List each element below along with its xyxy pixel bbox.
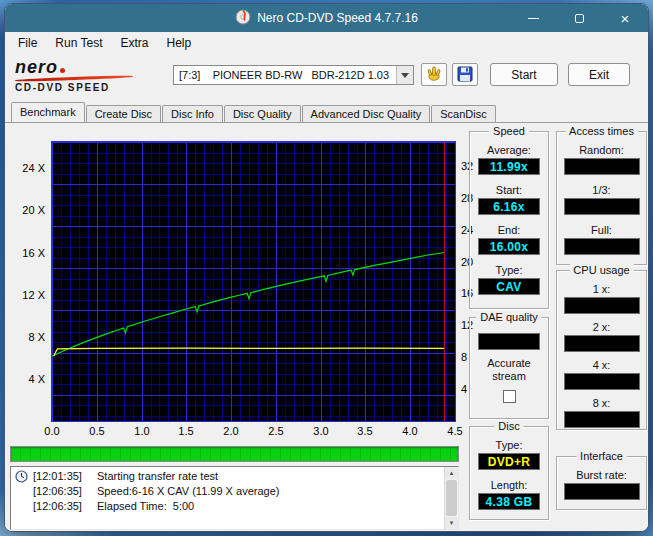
start-button[interactable]: Start [490, 63, 558, 86]
speed-average-label: Average: [470, 144, 548, 157]
log-line: [12:06:35]Elapsed Time: 5:00 [33, 499, 442, 514]
log-text: Starting transfer rate test [97, 470, 218, 482]
menu-item-run-test[interactable]: Run Test [46, 32, 111, 54]
y-axis-left-tick: 20 X [22, 204, 45, 216]
access-one-third-label: 1/3: [557, 184, 646, 197]
x-axis-tick: 2.0 [219, 425, 243, 437]
x-axis-tick: 0.5 [85, 425, 109, 437]
speed-start-label: Start: [470, 184, 548, 197]
menu-item-help[interactable]: Help [158, 32, 201, 54]
y-axis-left-tick: 16 X [22, 247, 45, 259]
menu-item-extra[interactable]: Extra [111, 32, 157, 54]
log-text: Elapsed Time: 5:00 [97, 500, 194, 512]
app-window: Nero CD-DVD Speed 4.7.7.16 × File Run Te… [4, 3, 649, 532]
access-random-label: Random: [557, 144, 646, 157]
speed-start-value: 6.16x [478, 198, 540, 215]
accurate-stream-label: Accurate stream [480, 357, 538, 383]
access-one-third-value [564, 198, 640, 215]
scroll-thumb[interactable] [446, 480, 457, 516]
tab-advanced-disc-quality[interactable]: Advanced Disc Quality [302, 105, 431, 122]
eject-hand-button[interactable] [421, 63, 447, 86]
maximize-icon [575, 14, 584, 23]
tab-create-disc[interactable]: Create Disc [86, 105, 161, 122]
y-axis-left-labels: 4 X8 X12 X16 X20 X24 X [7, 141, 49, 422]
maximize-button[interactable] [556, 4, 602, 32]
tab-disc-info[interactable]: Disc Info [162, 105, 223, 122]
y-axis-right-tick: 4 [461, 383, 467, 395]
benchmark-page: 4 X8 X12 X16 X20 X24 X 48121620242832 0.… [5, 122, 649, 532]
drive-select[interactable]: [7:3] PIONEER BD-RW BDR-212D 1.03 [173, 65, 414, 85]
nero-logo-dot-icon [60, 68, 65, 73]
disc-type-label: Type: [470, 439, 548, 452]
cpu-2x-value [564, 335, 640, 352]
exit-button[interactable]: Exit [568, 63, 630, 86]
disc-type-value: DVD+R [478, 453, 540, 470]
cpu-usage-group: CPU usage 1 x: 2 x: 4 x: 8 x: [556, 270, 647, 430]
clock-icon [15, 470, 28, 485]
title-bar[interactable]: Nero CD-DVD Speed 4.7.7.16 × [5, 4, 648, 32]
speed-type-value: CAV [478, 278, 540, 295]
tab-disc-quality[interactable]: Disc Quality [224, 105, 301, 122]
x-axis-tick: 3.5 [353, 425, 377, 437]
toolbar: nero CD-DVD SPEED [7:3] PIONEER BD-RW BD… [5, 54, 648, 102]
tab-scandisc[interactable]: ScanDisc [431, 105, 495, 122]
scroll-down-button[interactable]: ▼ [445, 517, 458, 529]
speed-group-title: Speed [489, 125, 529, 137]
access-full-value [564, 238, 640, 255]
hand-icon [425, 66, 443, 84]
disc-group: Disc Type: DVD+R Length: 4.38 GB [469, 426, 549, 520]
x-axis-tick: 4.0 [398, 425, 422, 437]
window-controls: × [510, 4, 648, 32]
log-scrollbar[interactable]: ▲ ▼ [444, 467, 458, 529]
cpu-usage-group-title: CPU usage [569, 264, 633, 276]
desktop-background: Nero CD-DVD Speed 4.7.7.16 × File Run Te… [0, 0, 653, 536]
transfer-rate-chart [52, 142, 455, 421]
menu-bar: File Run Test Extra Help [5, 32, 648, 54]
accurate-stream-checkbox[interactable] [503, 390, 516, 403]
log-time: [12:06:35] [33, 484, 97, 499]
burst-rate-value [564, 483, 640, 500]
cpu-4x-label: 4 x: [557, 359, 646, 372]
x-axis-tick: 4.5 [443, 425, 467, 437]
access-times-group: Access times Random: 1/3: Full: [556, 131, 647, 265]
disc-length-label: Length: [470, 479, 548, 492]
close-button[interactable]: × [602, 4, 648, 32]
minimize-icon [528, 18, 539, 19]
x-axis-labels: 0.00.51.01.52.02.53.03.54.04.5 [51, 425, 456, 438]
scroll-up-button[interactable]: ▲ [445, 467, 458, 479]
dae-quality-group: DAE quality Accurate stream [469, 317, 549, 419]
log-text: Speed:6-16 X CAV (11.99 X average) [97, 485, 279, 497]
drive-select-value: [7:3] PIONEER BD-RW BDR-212D 1.03 [174, 69, 396, 81]
x-axis-tick: 1.5 [174, 425, 198, 437]
tab-benchmark[interactable]: Benchmark [11, 102, 85, 122]
save-results-button[interactable] [452, 63, 478, 86]
cpu-1x-label: 1 x: [557, 283, 646, 296]
log-box: [12:01:35]Starting transfer rate test [1… [10, 466, 459, 530]
dae-quality-value [478, 333, 540, 350]
x-axis-tick: 1.0 [130, 425, 154, 437]
window-title: Nero CD-DVD Speed 4.7.7.16 [257, 11, 418, 25]
y-axis-left-tick: 12 X [22, 289, 45, 301]
dae-quality-group-title: DAE quality [476, 311, 541, 323]
speed-type-label: Type: [470, 264, 548, 277]
log-lines: [12:01:35]Starting transfer rate test [1… [33, 469, 442, 514]
minimize-button[interactable] [510, 4, 556, 32]
menu-item-file[interactable]: File [9, 32, 46, 54]
chevron-down-icon [396, 66, 413, 84]
access-times-group-title: Access times [565, 125, 638, 137]
series-rotation-speed [54, 348, 445, 356]
access-random-value [564, 158, 640, 175]
nero-app-icon [235, 9, 251, 27]
x-axis-tick: 2.5 [264, 425, 288, 437]
nero-logo-text: nero [15, 57, 58, 77]
cpu-8x-value [564, 411, 640, 428]
progress-bar [10, 446, 459, 462]
log-time: [12:06:35] [33, 499, 97, 514]
nero-logo: nero CD-DVD SPEED [15, 59, 165, 93]
interface-group-title: Interface [576, 450, 627, 462]
y-axis-left-tick: 4 X [28, 373, 45, 385]
cpu-4x-value [564, 373, 640, 390]
transfer-rate-plot [51, 141, 456, 422]
speed-average-value: 11.99x [478, 158, 540, 175]
save-icon [457, 66, 473, 84]
